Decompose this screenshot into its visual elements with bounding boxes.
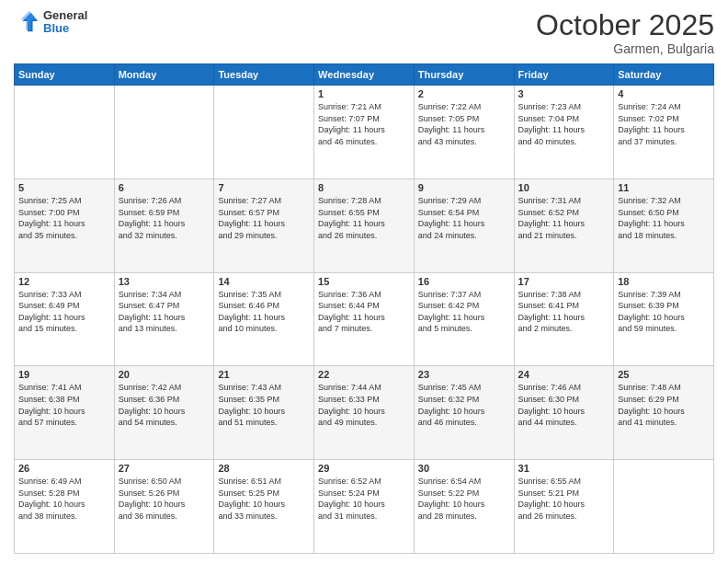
day-number: 30 xyxy=(418,463,510,474)
logo-text: General Blue xyxy=(43,9,87,36)
week-row-3: 19Sunrise: 7:41 AMSunset: 6:38 PMDayligh… xyxy=(15,366,714,460)
calendar-cell: 31Sunrise: 6:55 AMSunset: 5:21 PMDayligh… xyxy=(514,460,614,554)
calendar-cell xyxy=(114,86,214,179)
calendar-cell: 16Sunrise: 7:37 AMSunset: 6:42 PMDayligh… xyxy=(414,272,514,366)
calendar-cell: 2Sunrise: 7:22 AMSunset: 7:05 PMDaylight… xyxy=(414,86,514,179)
calendar-title: October 2025 xyxy=(536,9,714,41)
day-info: Sunrise: 7:44 AMSunset: 6:33 PMDaylight:… xyxy=(318,382,410,428)
day-info: Sunrise: 6:54 AMSunset: 5:22 PMDaylight:… xyxy=(418,476,510,522)
calendar-cell: 21Sunrise: 7:43 AMSunset: 6:35 PMDayligh… xyxy=(214,366,314,460)
day-number: 2 xyxy=(418,88,510,99)
day-number: 23 xyxy=(418,369,510,380)
calendar-cell: 26Sunrise: 6:49 AMSunset: 5:28 PMDayligh… xyxy=(15,460,115,554)
calendar-cell: 23Sunrise: 7:45 AMSunset: 6:32 PMDayligh… xyxy=(414,366,514,460)
header: General Blue October 2025 Garmen, Bulgar… xyxy=(14,9,714,56)
day-info: Sunrise: 7:23 AMSunset: 7:04 PMDaylight:… xyxy=(518,101,610,147)
day-number: 27 xyxy=(119,463,210,474)
header-friday: Friday xyxy=(514,64,614,86)
calendar-cell: 27Sunrise: 6:50 AMSunset: 5:26 PMDayligh… xyxy=(114,460,214,554)
day-info: Sunrise: 7:36 AMSunset: 6:44 PMDaylight:… xyxy=(318,289,410,335)
day-info: Sunrise: 7:42 AMSunset: 6:36 PMDaylight:… xyxy=(119,382,210,428)
calendar-cell: 29Sunrise: 6:52 AMSunset: 5:24 PMDayligh… xyxy=(314,460,415,554)
calendar-cell: 12Sunrise: 7:33 AMSunset: 6:49 PMDayligh… xyxy=(15,272,115,366)
day-info: Sunrise: 7:31 AMSunset: 6:52 PMDaylight:… xyxy=(518,195,610,241)
header-wednesday: Wednesday xyxy=(314,64,415,86)
week-row-1: 5Sunrise: 7:25 AMSunset: 7:00 PMDaylight… xyxy=(15,178,714,272)
calendar-subtitle: Garmen, Bulgaria xyxy=(536,41,714,56)
day-info: Sunrise: 7:48 AMSunset: 6:29 PMDaylight:… xyxy=(618,382,710,428)
logo-line1: General xyxy=(43,9,87,22)
calendar-cell: 8Sunrise: 7:28 AMSunset: 6:55 PMDaylight… xyxy=(314,178,415,272)
header-sunday: Sunday xyxy=(15,64,115,86)
weekday-header-row: Sunday Monday Tuesday Wednesday Thursday… xyxy=(15,64,714,86)
day-number: 19 xyxy=(18,369,110,380)
calendar-table: Sunday Monday Tuesday Wednesday Thursday… xyxy=(14,63,714,554)
day-info: Sunrise: 7:45 AMSunset: 6:32 PMDaylight:… xyxy=(418,382,510,428)
calendar-cell: 28Sunrise: 6:51 AMSunset: 5:25 PMDayligh… xyxy=(214,460,314,554)
calendar-cell: 24Sunrise: 7:46 AMSunset: 6:30 PMDayligh… xyxy=(514,366,614,460)
day-number: 24 xyxy=(518,369,610,380)
title-block: October 2025 Garmen, Bulgaria xyxy=(536,9,714,56)
calendar-cell xyxy=(214,86,314,179)
day-info: Sunrise: 7:24 AMSunset: 7:02 PMDaylight:… xyxy=(618,101,710,147)
day-number: 9 xyxy=(418,182,510,193)
day-number: 18 xyxy=(618,276,710,287)
calendar-cell: 6Sunrise: 7:26 AMSunset: 6:59 PMDaylight… xyxy=(114,178,214,272)
day-number: 3 xyxy=(518,88,610,99)
day-info: Sunrise: 7:39 AMSunset: 6:39 PMDaylight:… xyxy=(618,289,710,335)
day-number: 20 xyxy=(119,369,210,380)
header-saturday: Saturday xyxy=(614,64,714,86)
page: General Blue October 2025 Garmen, Bulgar… xyxy=(0,0,728,563)
header-monday: Monday xyxy=(114,64,214,86)
day-info: Sunrise: 7:21 AMSunset: 7:07 PMDaylight:… xyxy=(318,101,410,147)
day-info: Sunrise: 7:27 AMSunset: 6:57 PMDaylight:… xyxy=(218,195,310,241)
day-number: 10 xyxy=(518,182,610,193)
day-number: 29 xyxy=(318,463,410,474)
logo-icon xyxy=(14,9,40,35)
day-number: 1 xyxy=(318,88,410,99)
day-number: 16 xyxy=(418,276,510,287)
day-number: 21 xyxy=(218,369,310,380)
calendar-cell: 4Sunrise: 7:24 AMSunset: 7:02 PMDaylight… xyxy=(614,86,714,179)
day-number: 25 xyxy=(618,369,710,380)
day-info: Sunrise: 7:29 AMSunset: 6:54 PMDaylight:… xyxy=(418,195,510,241)
calendar-cell: 14Sunrise: 7:35 AMSunset: 6:46 PMDayligh… xyxy=(214,272,314,366)
day-number: 5 xyxy=(18,182,110,193)
day-info: Sunrise: 7:33 AMSunset: 6:49 PMDaylight:… xyxy=(18,289,110,335)
day-info: Sunrise: 6:50 AMSunset: 5:26 PMDaylight:… xyxy=(119,476,210,522)
day-info: Sunrise: 6:51 AMSunset: 5:25 PMDaylight:… xyxy=(218,476,310,522)
calendar-cell xyxy=(15,86,115,179)
calendar-cell: 20Sunrise: 7:42 AMSunset: 6:36 PMDayligh… xyxy=(114,366,214,460)
calendar-cell: 17Sunrise: 7:38 AMSunset: 6:41 PMDayligh… xyxy=(514,272,614,366)
day-info: Sunrise: 7:25 AMSunset: 7:00 PMDaylight:… xyxy=(18,195,110,241)
logo-line2: Blue xyxy=(43,22,87,35)
day-number: 28 xyxy=(218,463,310,474)
day-info: Sunrise: 7:38 AMSunset: 6:41 PMDaylight:… xyxy=(518,289,610,335)
calendar-cell: 30Sunrise: 6:54 AMSunset: 5:22 PMDayligh… xyxy=(414,460,514,554)
day-info: Sunrise: 7:46 AMSunset: 6:30 PMDaylight:… xyxy=(518,382,610,428)
day-number: 17 xyxy=(518,276,610,287)
calendar-cell: 11Sunrise: 7:32 AMSunset: 6:50 PMDayligh… xyxy=(614,178,714,272)
calendar-cell: 18Sunrise: 7:39 AMSunset: 6:39 PMDayligh… xyxy=(614,272,714,366)
day-info: Sunrise: 7:22 AMSunset: 7:05 PMDaylight:… xyxy=(418,101,510,147)
day-number: 26 xyxy=(18,463,110,474)
day-number: 22 xyxy=(318,369,410,380)
calendar-cell: 22Sunrise: 7:44 AMSunset: 6:33 PMDayligh… xyxy=(314,366,415,460)
day-info: Sunrise: 6:52 AMSunset: 5:24 PMDaylight:… xyxy=(318,476,410,522)
calendar-cell: 10Sunrise: 7:31 AMSunset: 6:52 PMDayligh… xyxy=(514,178,614,272)
calendar-cell: 5Sunrise: 7:25 AMSunset: 7:00 PMDaylight… xyxy=(15,178,115,272)
day-number: 4 xyxy=(618,88,710,99)
day-info: Sunrise: 7:26 AMSunset: 6:59 PMDaylight:… xyxy=(119,195,210,241)
day-number: 7 xyxy=(218,182,310,193)
day-number: 13 xyxy=(119,276,210,287)
week-row-2: 12Sunrise: 7:33 AMSunset: 6:49 PMDayligh… xyxy=(15,272,714,366)
calendar-cell: 1Sunrise: 7:21 AMSunset: 7:07 PMDaylight… xyxy=(314,86,415,179)
day-info: Sunrise: 7:37 AMSunset: 6:42 PMDaylight:… xyxy=(418,289,510,335)
day-number: 15 xyxy=(318,276,410,287)
calendar-cell: 15Sunrise: 7:36 AMSunset: 6:44 PMDayligh… xyxy=(314,272,415,366)
day-number: 12 xyxy=(18,276,110,287)
day-info: Sunrise: 7:32 AMSunset: 6:50 PMDaylight:… xyxy=(618,195,710,241)
day-number: 14 xyxy=(218,276,310,287)
calendar-cell: 9Sunrise: 7:29 AMSunset: 6:54 PMDaylight… xyxy=(414,178,514,272)
day-number: 6 xyxy=(119,182,210,193)
